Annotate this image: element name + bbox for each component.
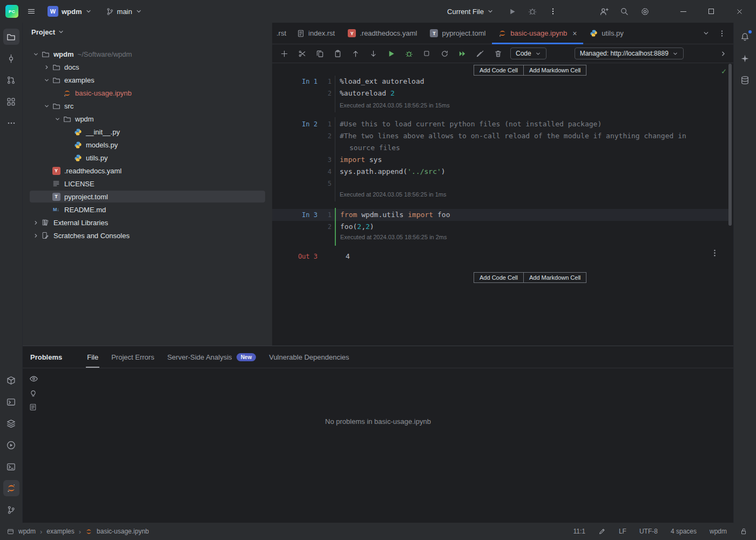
- jupyter-server-selector[interactable]: Managed: http://localhost:8889: [575, 48, 684, 59]
- inspections-check-icon[interactable]: ✓: [721, 66, 726, 76]
- settings-gear-icon[interactable]: [639, 6, 650, 17]
- delete-cell-icon[interactable]: [492, 48, 503, 59]
- project-widget[interactable]: W wpdm: [44, 4, 95, 19]
- quick-fix-lightbulb-icon[interactable]: [29, 389, 38, 397]
- chevron-down-icon[interactable]: [42, 73, 51, 86]
- tree-item-docs[interactable]: docs: [23, 60, 272, 73]
- encoding-widget[interactable]: UTF-8: [639, 528, 658, 535]
- tree-item-readthedocs-yaml[interactable]: Y .readthedocs.yaml: [23, 164, 272, 177]
- jupyter-tool-icon[interactable]: [3, 480, 19, 496]
- add-user-icon[interactable]: [598, 6, 609, 17]
- code-cell-1[interactable]: %load_ext autoreload %autoreload 2 Execu…: [335, 76, 727, 112]
- cut-cell-icon[interactable]: [296, 48, 307, 59]
- code-line[interactable]: #Use this to load current python files (…: [340, 118, 727, 130]
- interrupt-kernel-icon[interactable]: [421, 48, 432, 59]
- python-packages-tool-icon[interactable]: [3, 372, 19, 388]
- search-icon[interactable]: [619, 6, 630, 17]
- breadcrumb-item[interactable]: wpdm: [18, 528, 36, 535]
- pen-icon[interactable]: [598, 528, 606, 535]
- code-line[interactable]: from wpdm.utils import foo: [340, 209, 727, 221]
- close-button[interactable]: [730, 4, 748, 19]
- tree-item-src[interactable]: src: [23, 99, 272, 112]
- code-cell-2[interactable]: #Use this to load current python files (…: [335, 117, 727, 201]
- tab-utils-py[interactable]: utils.py: [583, 23, 630, 44]
- interpreter-widget[interactable]: wpdm: [710, 528, 727, 535]
- clear-outputs-icon[interactable]: [475, 48, 485, 59]
- code-line-wrap[interactable]: source files: [349, 142, 727, 154]
- code-line[interactable]: [340, 178, 727, 190]
- maximize-button[interactable]: [702, 4, 720, 19]
- code-line[interactable]: #The two lines above allows to on-call r…: [340, 130, 727, 142]
- tree-item-examples[interactable]: examples: [23, 73, 272, 86]
- code-cell-3-active[interactable]: from wpdm.utils import foo foo(2,2) Exec…: [335, 208, 727, 246]
- add-markdown-cell-button[interactable]: Add Markdown Cell: [524, 272, 586, 283]
- close-tab-icon[interactable]: ×: [572, 29, 577, 38]
- ai-assistant-icon[interactable]: [737, 50, 753, 66]
- add-code-cell-button[interactable]: Add Code Cell: [474, 65, 524, 76]
- view-options-eye-icon[interactable]: [29, 374, 38, 383]
- problems-tab-project-errors[interactable]: Project Errors: [105, 346, 160, 368]
- code-line[interactable]: sys.path.append('../src'): [340, 166, 727, 178]
- structure-tool-icon[interactable]: [3, 93, 19, 110]
- commit-tool-icon[interactable]: [3, 50, 19, 66]
- tree-item-scratches-and-consoles[interactable]: Scratches and Consoles: [23, 229, 272, 242]
- more-actions-icon[interactable]: [548, 6, 558, 17]
- code-line[interactable]: %load_ext autoreload: [340, 76, 727, 87]
- copy-cell-icon[interactable]: [314, 48, 325, 59]
- toolbar-overflow-chevron-icon[interactable]: [720, 50, 727, 57]
- cursor-position-widget[interactable]: 11:1: [573, 528, 585, 535]
- tab-pyproject-toml[interactable]: T pyproject.toml: [423, 23, 492, 44]
- run-tool-icon[interactable]: [3, 437, 19, 453]
- pull-requests-tool-icon[interactable]: [3, 72, 19, 88]
- code-line[interactable]: import sys: [340, 154, 727, 166]
- code-line[interactable]: %autoreload 2: [340, 87, 727, 99]
- tree-item-external-libraries[interactable]: External Libraries: [23, 216, 272, 229]
- editor-scrollbar[interactable]: [728, 64, 732, 226]
- paste-cell-icon[interactable]: [332, 48, 343, 59]
- more-tool-windows-icon[interactable]: [3, 115, 19, 131]
- debug-cell-icon[interactable]: [403, 48, 414, 59]
- tree-item-wpdm-root[interactable]: wpdm ~/Software/wpdm: [23, 48, 272, 60]
- chevron-down-icon[interactable]: [31, 48, 40, 60]
- run-button[interactable]: [507, 6, 517, 17]
- services-tool-icon[interactable]: [3, 415, 19, 431]
- problems-tab-file[interactable]: File: [80, 346, 105, 368]
- output-options-kebab-icon[interactable]: [711, 249, 719, 257]
- document-preview-icon[interactable]: [29, 403, 38, 411]
- problems-title[interactable]: Problems: [30, 346, 62, 368]
- tree-item-models-py[interactable]: models.py: [23, 138, 272, 151]
- run-configuration-selector[interactable]: Current File: [444, 5, 497, 18]
- tab-index-rst[interactable]: index.rst: [291, 23, 341, 44]
- lock-icon[interactable]: [740, 528, 747, 535]
- project-panel-header[interactable]: Project: [23, 23, 272, 41]
- tab-basic-usage-ipynb[interactable]: basic-usage.ipynb ×: [492, 23, 583, 44]
- tree-item-utils-py[interactable]: utils.py: [23, 151, 272, 164]
- debug-button[interactable]: [527, 6, 538, 17]
- breadcrumb-item[interactable]: basic-usage.ipynb: [97, 528, 149, 535]
- tree-item-basic-usage-ipynb[interactable]: basic-usage.ipynb: [23, 86, 272, 99]
- code-line[interactable]: foo(2,2): [340, 221, 727, 233]
- tree-item-wpdm-package[interactable]: wpdm: [23, 112, 272, 125]
- add-code-cell-button[interactable]: Add Code Cell: [474, 272, 524, 283]
- version-control-tool-icon[interactable]: [3, 502, 19, 518]
- hamburger-menu-icon[interactable]: [26, 6, 37, 17]
- minimize-button[interactable]: [674, 4, 692, 19]
- tree-item-readme-md[interactable]: M↓ README.md: [23, 203, 272, 216]
- breadcrumb-item[interactable]: examples: [46, 528, 74, 535]
- cell-type-selector[interactable]: Code: [510, 48, 546, 59]
- tab-partial-rst[interactable]: .rst: [272, 23, 291, 44]
- run-cell-icon[interactable]: [386, 48, 396, 59]
- add-cell-icon[interactable]: [279, 48, 289, 59]
- tab-list-chevron-icon[interactable]: [703, 30, 710, 37]
- branch-widget[interactable]: main: [103, 5, 145, 18]
- move-cell-up-icon[interactable]: [350, 48, 361, 59]
- line-separator-widget[interactable]: LF: [619, 528, 626, 535]
- indent-widget[interactable]: 4 spaces: [671, 528, 697, 535]
- problems-tab-vulnerable-dependencies[interactable]: Vulnerable Dependencies: [262, 346, 355, 368]
- move-cell-down-icon[interactable]: [368, 48, 379, 59]
- tab-readthedocs-yaml[interactable]: Y .readthedocs.yaml: [341, 23, 423, 44]
- chevron-right-icon[interactable]: [42, 60, 51, 73]
- tree-item-init-py[interactable]: __init__.py: [23, 125, 272, 138]
- add-markdown-cell-button[interactable]: Add Markdown Cell: [524, 65, 586, 76]
- database-tool-icon[interactable]: [737, 72, 753, 88]
